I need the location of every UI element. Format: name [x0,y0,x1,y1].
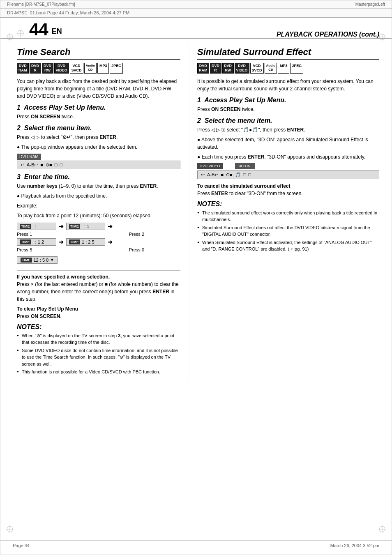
left-step2-num: 2 [17,124,21,131]
section-header-title: PLAYBACK OPERATIONS (cont.) [277,23,379,38]
left-step3-body: Use number keys (1–9, 0) to enter the ti… [17,182,180,190]
left-media-badges: DVDRAM DVDR DVDRW DVDVIDEO VCDSVCD Audio… [17,63,180,74]
dvd-video-label: DVD VIDEO [197,163,223,169]
right-control-bar: ↩ A-B↩ ■ ⊙■ 🎵 □ □ [197,170,379,179]
left-control-bar: ↩ A-B↩ ■ ⊙■ □ □ [17,161,180,169]
right-note-1: The simulated surround effect works corr… [197,210,379,223]
ctrl-icon-box1: □ [55,162,58,167]
arrow-2b: ➜ [108,239,113,245]
left-step3-num: 3 [17,173,21,180]
time-box-1a: TIME : [17,223,56,230]
right-step2-bullet1: ● Above the selected item, "3D-ON" appea… [197,136,379,151]
right-media-badges: DVDRAM DVDR DVDRW DVDVIDEO VCDSVCD Audio… [197,63,379,74]
press-5-label: Press 5 [17,247,32,252]
left-note-3: This function is not possible for a Vide… [17,368,180,375]
badge-dvd-rw: DVDRW [42,63,53,74]
footer-page: Page 44 [13,543,30,548]
badge-jpeg: JPEG [110,63,123,74]
time-examples: TIME : ➜ TIME : 1 ➜ Press 1 Press 2 [17,223,180,252]
arrow-2a: ➜ [59,239,64,245]
press-0-label: Press 0 [129,247,144,252]
arrow-1b: ➜ [108,223,113,230]
left-intro: You can play back a disc from the desire… [17,78,180,100]
arrow-1a: ➜ [59,223,64,230]
footer-date: March 26, 2004 3:52 pm [330,543,379,548]
final-time-display: TIME 12 : 5 0 ▼ [17,256,58,264]
ctrl-icon-box2: □ [60,162,62,167]
left-step3-bullet: ● Playback starts from the specified tim… [17,192,180,200]
time-box-1b: TIME : 1 [66,223,106,230]
left-step1-heading: 1 Access Play Set Up Menu. [17,104,180,111]
r-badge-dvd-rw: DVDRW [222,63,234,74]
page-suffix: EN [52,27,62,36]
left-step2-bullet: ● The pop-up window appears under the se… [17,143,180,151]
left-section-title: Time Search [17,47,180,60]
left-notes-list: When "⊘" is displayed on the TV screen i… [17,332,180,375]
right-note-2: Simulated Surround Effect does not affec… [197,224,379,238]
right-section-title: Simulated Surround Effect [197,47,379,60]
left-step1-body: Press ON SCREEN twice. [17,113,180,120]
right-step2-num: 2 [197,117,201,124]
threed-on-badge: 3D-ON [235,163,255,169]
right-step2-heading: 2 Select the menu item. [197,117,379,124]
left-notes-title: NOTES: [17,323,180,331]
ctrl-icon-return: ↩ [21,162,24,168]
right-notes-title: NOTES: [197,200,379,208]
reg-mark-right-top [378,33,386,42]
left-step2-body: Press ◁ ▷ to select "⊙↵", then press ENT… [17,134,180,141]
r-badge-audio-cd: AudioCD [265,63,277,74]
left-note-2: Some DVD VIDEO discs do not contain time… [17,347,180,368]
right-step1-num: 1 [197,97,201,104]
cancel-title: To cancel the simulated surround effect [197,183,379,189]
r-ctrl-icon-stop: ■ [221,172,224,177]
clear-menu-body: Press ON SCREEN. [17,313,180,320]
reg-mark-top-left [17,30,24,37]
filename-label: Filename [DR-M7SE_07Playback.fm] [7,2,75,7]
masterpage-label: Masterpage:Left [355,2,385,7]
cancel-body: Press ENTER to clear "3D-ON" from the sc… [197,190,379,197]
right-step2-bullet2: ● Each time you press ENTER, "3D-ON" app… [197,153,379,161]
dateline-label: DR-M7SE_01.book Page 44 Friday, March 26… [7,10,129,15]
badge-dvd-video: DVDVIDEO [54,63,69,74]
example-text: To play back from a point 12 (minutes): … [17,212,180,219]
badge-mp3: MP3 [97,63,109,74]
badge-vcd-svcd: VCDSVCD [70,63,83,74]
left-note-1: When "⊘" is displayed on the TV screen i… [17,332,180,346]
r-ctrl-icon-box1: □ [243,172,246,177]
reg-mark-right-bottom [378,525,386,534]
dvd-video-bar: DVD VIDEO 3D-ON [197,163,379,169]
right-step1-heading: 1 Access Play Set Up Menu. [197,97,379,104]
r-badge-dvd-r: DVDR [210,63,221,74]
right-notes-list: The simulated surround effect works corr… [197,210,379,253]
page-number: 44 [29,21,48,38]
r-badge-jpeg: JPEG [290,63,303,74]
right-note-3: When Simulated Surround Effect is activa… [197,239,379,253]
right-step1-body: Press ON SCREEN twice. [197,106,379,113]
ctrl-icon-stop: ■ [40,162,43,167]
ctrl-icon-circle-stop: ⊙■ [46,162,52,168]
reg-mark-left-bottom [6,525,14,534]
dvd-ram-display-bar: DVD-RAM [17,154,41,160]
time-box-2b: TIME 1 : 2 5 [66,238,106,246]
r-badge-vcd-svcd: VCDSVCD [250,63,264,74]
left-step3-heading: 3 Enter the time. [17,173,180,181]
r-ctrl-icon-ab: A-B↩ [207,172,218,177]
reg-mark-left-top [6,33,14,42]
badge-audio-cd: AudioCD [84,63,97,74]
press-1-label: Press 1 [17,232,32,237]
r-ctrl-icon-circle-stop: ⊙■ [226,172,233,177]
r-badge-dvd-ram: DVDRAM [197,63,209,74]
r-ctrl-icon-return: ↩ [201,172,205,177]
badge-dvd-ram: DVDRAM [17,63,29,74]
ctrl-icon-ab: A-B↩ [27,162,38,168]
time-box-2a: TIME : 1 2 [17,238,56,246]
wrong-selection-title: If you have specified a wrong selection, [17,274,180,280]
example-label: Example: [17,202,180,210]
badge-dvd-r: DVDR [30,63,41,74]
r-badge-mp3: MP3 [278,63,289,74]
right-step2-body: Press ◁ ▷ to select "🎵●🎵", then press EN… [197,126,379,134]
clear-menu-title: To clear Play Set Up Menu [17,306,180,312]
press-2-label: Press 2 [129,232,144,237]
r-ctrl-icon-music: 🎵 [235,172,241,177]
left-step2-heading: 2 Select the menu item. [17,124,180,132]
